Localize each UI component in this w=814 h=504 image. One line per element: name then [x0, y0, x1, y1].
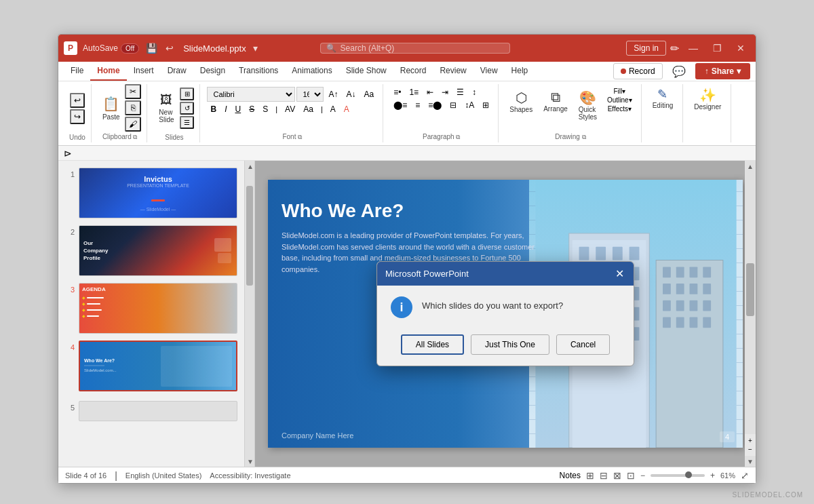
- slide-thumb-2[interactable]: 2 OurCompanyProfile: [64, 224, 239, 277]
- accessibility-label[interactable]: Accessibility: Investigate: [210, 471, 290, 480]
- font-color-button[interactable]: A: [341, 104, 353, 115]
- canvas-scroll-thumb[interactable]: [746, 263, 754, 315]
- canvas-scroll-down[interactable]: ▼: [745, 456, 756, 467]
- increase-indent-button[interactable]: ⇥: [438, 87, 452, 98]
- format-painter-button[interactable]: 🖌: [125, 117, 141, 132]
- slide-thumb-3[interactable]: 3 AGENDA ◆ ◆ ◆ ◆: [64, 282, 239, 335]
- section-button[interactable]: ☰: [180, 116, 194, 129]
- search-input[interactable]: [341, 43, 504, 53]
- shape-fill-button[interactable]: Fill▾: [604, 87, 636, 96]
- tab-file[interactable]: File: [64, 62, 90, 81]
- clear-format-button[interactable]: Aa: [361, 89, 378, 100]
- shape-outline-button[interactable]: Outline▾: [604, 96, 636, 104]
- font-shrink-button[interactable]: A↓: [343, 89, 360, 100]
- sign-in-button[interactable]: Sign in: [626, 41, 666, 56]
- cut-button[interactable]: ✂: [125, 84, 141, 99]
- zoom-minus[interactable]: −: [640, 471, 645, 480]
- font-size-select[interactable]: 16: [296, 87, 324, 102]
- tab-transitions[interactable]: Transitions: [232, 62, 285, 81]
- normal-view-icon[interactable]: ⊞: [586, 470, 594, 481]
- close-button[interactable]: ✕: [731, 40, 750, 56]
- all-slides-button[interactable]: All Slides: [401, 334, 464, 355]
- new-slide-button[interactable]: 🖼 NewSlide: [154, 90, 178, 126]
- font-grow-button[interactable]: A↑: [325, 89, 341, 100]
- align-right-button[interactable]: ≡⬤: [425, 100, 445, 111]
- tab-record[interactable]: Record: [393, 62, 433, 81]
- reset-button[interactable]: ↺: [180, 102, 194, 115]
- slide-thumb-1[interactable]: 1 Invictus PRESENTATION TEMPLATE — Slide…: [64, 166, 239, 220]
- tab-animations[interactable]: Animations: [285, 62, 338, 81]
- presenter-view-icon[interactable]: ⊡: [627, 470, 635, 481]
- quick-styles-button[interactable]: 🎨 QuickStyles: [575, 87, 601, 123]
- align-left-button[interactable]: ⬤≡: [390, 100, 410, 111]
- cancel-button[interactable]: Cancel: [556, 334, 610, 355]
- tab-design[interactable]: Design: [193, 62, 232, 81]
- slide-sorter-icon[interactable]: ⊟: [600, 470, 608, 481]
- line-spacing-button[interactable]: ↕: [469, 87, 480, 98]
- fit-window-icon[interactable]: ⤢: [741, 470, 749, 481]
- tab-home[interactable]: Home: [90, 62, 126, 81]
- filename-dropdown-icon[interactable]: ▾: [253, 43, 258, 54]
- autosave-toggle[interactable]: Off: [121, 43, 139, 54]
- scroll-down-arrow[interactable]: ▼: [245, 456, 255, 467]
- undo-button[interactable]: ↩: [70, 93, 85, 108]
- zoom-slider[interactable]: [651, 474, 705, 477]
- share-button[interactable]: ↑ Share ▾: [695, 63, 750, 79]
- scroll-up-arrow[interactable]: ▲: [245, 161, 255, 172]
- tab-insert[interactable]: Insert: [127, 62, 161, 81]
- font-case-button[interactable]: Aa: [300, 104, 317, 115]
- shapes-button[interactable]: ⬡ Shapes: [505, 87, 537, 123]
- restore-button[interactable]: ❐: [708, 40, 727, 56]
- columns-button[interactable]: ☰: [453, 87, 467, 98]
- layout-button[interactable]: ⊞: [180, 88, 194, 100]
- redo-button[interactable]: ↪: [70, 109, 85, 124]
- slide-thumb-4[interactable]: 4 Who We Are? SlideModel.com...: [64, 339, 239, 393]
- tab-review[interactable]: Review: [433, 62, 473, 81]
- minus-icon[interactable]: −: [748, 446, 752, 453]
- notes-button[interactable]: Notes: [560, 471, 581, 480]
- search-bar[interactable]: 🔍: [320, 43, 510, 54]
- tab-slideshow[interactable]: Slide Show: [339, 62, 393, 81]
- scroll-thumb[interactable]: [246, 186, 253, 286]
- decrease-indent-button[interactable]: ⇤: [423, 87, 437, 98]
- char-spacing-button[interactable]: AV: [282, 104, 298, 115]
- record-button[interactable]: Record: [613, 63, 663, 79]
- arrange-button[interactable]: ⧉ Arrange: [539, 87, 572, 123]
- bold-button[interactable]: B: [207, 104, 220, 115]
- just-this-one-button[interactable]: Just This One: [471, 334, 549, 355]
- pen-icon[interactable]: ✏: [670, 42, 679, 55]
- bullets-button[interactable]: ≡•: [390, 87, 404, 98]
- align-center-button[interactable]: ≡: [412, 100, 423, 111]
- copy-button[interactable]: ⎘: [125, 100, 141, 115]
- shadow-button[interactable]: S: [259, 104, 271, 115]
- text-direction-button[interactable]: ↕A: [461, 100, 478, 111]
- zoom-plus[interactable]: +: [710, 471, 715, 480]
- save-icon[interactable]: 💾: [146, 43, 157, 54]
- slide-thumb-5[interactable]: 5: [64, 400, 239, 423]
- strikethrough-button[interactable]: S: [246, 104, 258, 115]
- reading-view-icon[interactable]: ⊠: [613, 470, 621, 481]
- slide-canvas[interactable]: Who We Are? SlideModel.com is a leading …: [268, 180, 743, 448]
- smart-art-button[interactable]: ⊞: [479, 100, 492, 111]
- paste-button[interactable]: 📋 Paste: [98, 93, 124, 123]
- numbering-button[interactable]: 1≡: [406, 87, 422, 98]
- shape-effects-button[interactable]: Effects▾: [604, 104, 636, 113]
- zoom-level[interactable]: 61%: [720, 471, 735, 480]
- designer-button[interactable]: ✨ Designer: [690, 84, 725, 113]
- comment-button[interactable]: 💬: [667, 62, 691, 81]
- font-name-select[interactable]: Calibri: [207, 87, 295, 102]
- dialog-close-button[interactable]: ✕: [614, 267, 625, 280]
- tab-view[interactable]: View: [473, 62, 505, 81]
- minimize-button[interactable]: —: [683, 40, 703, 56]
- canvas-scroll-up[interactable]: ▲: [745, 161, 756, 172]
- editing-button[interactable]: ✎ Editing: [648, 84, 678, 112]
- italic-button[interactable]: I: [221, 104, 230, 115]
- highlight-button[interactable]: A: [327, 104, 339, 115]
- clipboard-buttons: 📋 Paste ✂ ⎘ 🖌: [98, 84, 142, 132]
- filter-icon[interactable]: ⊳: [64, 148, 72, 159]
- tab-draw[interactable]: Draw: [161, 62, 193, 81]
- tab-help[interactable]: Help: [505, 62, 535, 81]
- underline-button[interactable]: U: [232, 104, 245, 115]
- justify-button[interactable]: ⊟: [446, 100, 460, 111]
- plus-icon[interactable]: +: [748, 437, 752, 444]
